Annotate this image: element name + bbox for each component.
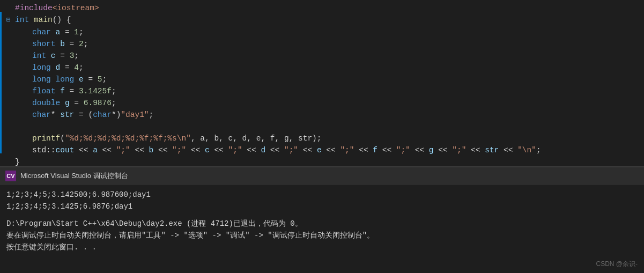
vs-icon: CV (5, 171, 16, 181)
collapse-icon: ⊟ (4, 14, 13, 26)
console-header: CV Microsoft Visual Studio 调试控制台 (0, 167, 644, 185)
console-area: CV Microsoft Visual Studio 调试控制台 1;2;3;4… (0, 166, 644, 273)
fn-main: main (34, 14, 53, 26)
code-line-11 (0, 121, 644, 132)
left-border-accent (0, 12, 2, 153)
code-line-14: } (0, 156, 644, 166)
code-line-12: printf("%d;%d;%d;%d;%d;%f;%f;%s\n", a, b… (0, 132, 644, 144)
include-keyword: #include (15, 2, 53, 14)
console-output-1: 1;2;3;4;5;3.142500;6.987600;day1 (6, 189, 638, 201)
console-title: Microsoft Visual Studio 调试控制台 (20, 171, 128, 181)
code-line-2: ⊟ int main() { (0, 14, 644, 26)
code-line-5: int c = 3; (0, 50, 644, 62)
code-line-13: std::cout << a << ";" << b << ";" << c <… (0, 144, 644, 156)
console-output-5: 要在调试停止时自动关闭控制台，请启用"工具" -> "选项" -> "调试" -… (6, 230, 638, 241)
code-line-4: short b = 2; (0, 38, 644, 50)
include-header: <iostream> (53, 2, 99, 14)
code-line-9: double g = 6.9876; (0, 97, 644, 109)
code-line-7: long long e = 5; (0, 73, 644, 85)
console-body: 1;2;3;4;5;3.142500;6.987600;day1 1;2;3;4… (0, 185, 644, 257)
kw-int: int (15, 14, 29, 26)
console-blank (6, 212, 638, 218)
code-line-8: float f = 3.1425f; (0, 85, 644, 97)
code-line-1: #include<iostream> (0, 2, 644, 14)
code-line-3: char a = 1; (0, 26, 644, 38)
console-output-4: D:\Program\Start C++\x64\Debug\day2.exe … (6, 218, 638, 230)
watermark: CSDN @余识- (596, 260, 638, 269)
code-editor: #include<iostream> ⊟ int main() { char a… (0, 0, 644, 166)
console-output-2: 1;2;3;4;5;3.1425;6.9876;day1 (6, 201, 638, 212)
code-line-6: long d = 4; (0, 62, 644, 73)
code-line-10: char* str = (char*)"day1"; (0, 109, 644, 121)
console-output-6: 按任意键关闭此窗口. . . (6, 241, 638, 253)
